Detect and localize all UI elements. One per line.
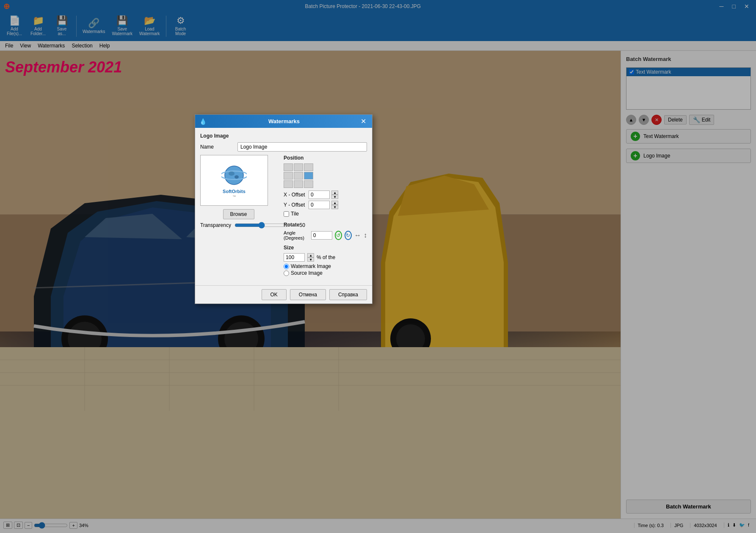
softorbits-logo: SoftOrbits ™ — [221, 163, 247, 199]
dialog-close-button[interactable]: ✕ — [359, 117, 368, 125]
pos-bot-left[interactable] — [284, 180, 293, 188]
size-row: 100 ▲ ▼ % of the — [284, 253, 367, 262]
watermarks-dialog: 💧 Watermarks ✕ Logo Image Name — [195, 114, 372, 304]
x-offset-up[interactable]: ▲ — [331, 191, 338, 195]
dialog-footer: OK Отмена Справка — [195, 285, 372, 304]
dialog-body: Logo Image Name — [195, 128, 372, 285]
watermark-image-label: Watermark Image — [291, 263, 331, 269]
logo-preview: SoftOrbits ™ — [200, 155, 268, 206]
transparency-label: Transparency — [200, 222, 231, 228]
size-up[interactable]: ▲ — [307, 253, 314, 257]
dialog-title-bar: 💧 Watermarks ✕ — [195, 115, 372, 128]
dialog-title: Watermarks — [268, 118, 300, 124]
pos-top-center[interactable] — [294, 163, 303, 171]
dialog-right-panel: Position X - — [277, 155, 367, 280]
rotate-cw-button[interactable]: ↻ — [345, 231, 352, 240]
rotate-ccw-button[interactable]: ↺ — [335, 231, 342, 240]
x-offset-row: X - Offset ▲ ▼ — [284, 191, 367, 199]
position-grid — [284, 163, 367, 188]
x-offset-spinners: ▲ ▼ — [331, 191, 338, 199]
y-offset-row: Y - Offset ▲ ▼ — [284, 201, 367, 209]
size-section: Size 100 ▲ ▼ % of the W — [284, 245, 367, 276]
angle-input[interactable]: 0 — [311, 231, 332, 240]
pct-label: % of the — [317, 254, 335, 260]
pos-mid-left[interactable] — [284, 172, 293, 180]
browse-button[interactable]: Browse — [223, 209, 254, 219]
name-label: Name — [200, 144, 234, 150]
position-section: Position X - — [284, 155, 367, 217]
dialog-section-title: Logo Image — [200, 133, 367, 139]
size-input[interactable]: 100 — [284, 253, 305, 262]
rotate-header: Rotate — [284, 222, 367, 228]
size-header: Size — [284, 245, 367, 251]
dialog-left-panel: SoftOrbits ™ Browse Transparency 50 — [200, 155, 277, 280]
modal-overlay: 💧 Watermarks ✕ Logo Image Name — [0, 0, 756, 533]
tile-label: Tile — [291, 211, 299, 217]
planet-icon — [221, 163, 247, 188]
flip-v-button[interactable]: ↕ — [364, 232, 367, 239]
flip-h-button[interactable]: ↔ — [354, 232, 361, 239]
size-spinners: ▲ ▼ — [307, 253, 314, 262]
pos-bot-right[interactable] — [304, 180, 313, 188]
brand-name: SoftOrbits — [223, 189, 246, 194]
watermark-image-radio[interactable] — [284, 264, 289, 269]
tile-checkbox[interactable] — [284, 211, 289, 217]
name-input[interactable] — [237, 142, 367, 152]
y-offset-up[interactable]: ▲ — [331, 201, 338, 205]
svg-point-31 — [235, 175, 239, 179]
x-offset-input[interactable] — [309, 191, 330, 199]
source-image-label: Source Image — [291, 270, 323, 276]
pos-mid-center[interactable] — [294, 172, 303, 180]
size-down[interactable]: ▼ — [307, 257, 314, 262]
position-header: Position — [284, 155, 367, 161]
svg-point-30 — [229, 171, 235, 176]
x-offset-label: X - Offset — [284, 192, 307, 198]
transparency-row: Transparency 50 — [200, 222, 277, 229]
help-button[interactable]: Справка — [329, 289, 367, 300]
dialog-content-row: SoftOrbits ™ Browse Transparency 50 — [200, 155, 367, 280]
size-radio-group: Watermark Image Source Image — [284, 263, 367, 276]
name-row: Name — [200, 142, 367, 152]
tile-row: Tile — [284, 211, 367, 217]
pos-bot-center[interactable] — [294, 180, 303, 188]
pos-top-left[interactable] — [284, 163, 293, 171]
rotate-row: Angle (Degrees) 0 ↺ ↻ ↔ ↕ — [284, 230, 367, 240]
cancel-button[interactable]: Отмена — [290, 289, 326, 300]
ok-button[interactable]: OK — [262, 289, 287, 300]
y-offset-spinners: ▲ ▼ — [331, 201, 338, 209]
rotate-section: Rotate Angle (Degrees) 0 ↺ ↻ ↔ ↕ — [284, 222, 367, 240]
x-offset-down[interactable]: ▼ — [331, 195, 338, 199]
pos-top-right[interactable] — [304, 163, 313, 171]
angle-label: Angle (Degrees) — [284, 230, 309, 240]
source-image-radio-row: Source Image — [284, 270, 367, 276]
y-offset-label: Y - Offset — [284, 202, 307, 208]
watermark-image-radio-row: Watermark Image — [284, 263, 367, 269]
brand-tm: ™ — [232, 195, 236, 199]
y-offset-input[interactable] — [309, 201, 330, 209]
y-offset-down[interactable]: ▼ — [331, 205, 338, 209]
pos-mid-right[interactable] — [304, 172, 313, 180]
source-image-radio[interactable] — [284, 271, 289, 276]
